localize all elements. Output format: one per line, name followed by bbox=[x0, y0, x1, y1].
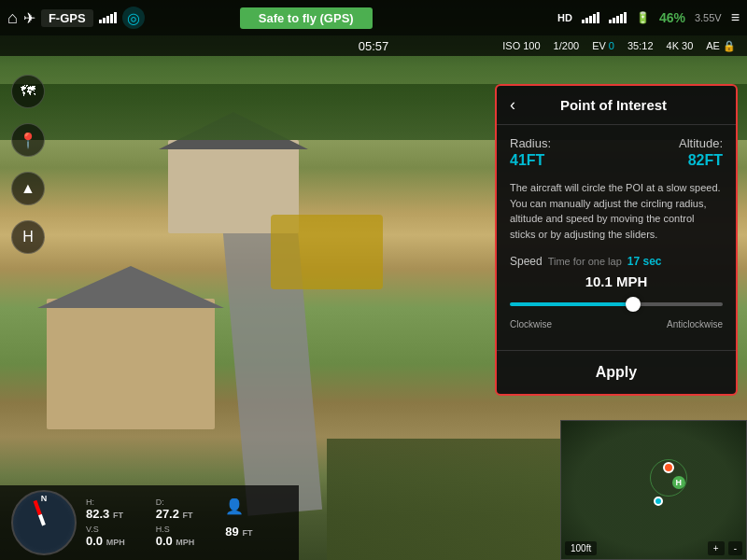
dist-label: D: bbox=[156, 497, 218, 507]
telemetry-grid: H: 82.3 FT D: 27.2 FT 👤 V.S 0.0 MPH H.S … bbox=[86, 497, 288, 548]
navigation-icon-btn[interactable]: ▲ bbox=[11, 172, 45, 205]
battery-icon: 🔋 bbox=[636, 11, 650, 24]
dist-item: D: 27.2 FT bbox=[156, 497, 218, 521]
lap-label: Time for one lap bbox=[548, 256, 622, 267]
home-icon[interactable]: ⌂ bbox=[7, 8, 18, 28]
gps-icon: ◎ bbox=[122, 7, 145, 29]
height-value: 82.3 FT bbox=[86, 507, 148, 521]
hd-label: HD bbox=[557, 12, 572, 23]
top-bar-right: HD 🔋 46% 3.55V ≡ bbox=[557, 9, 740, 26]
mode-label: F-GPS bbox=[41, 9, 93, 27]
shutter-setting: 1/200 bbox=[554, 40, 580, 51]
altitude-value: 82FT bbox=[688, 152, 723, 169]
speed-label: Speed bbox=[510, 255, 543, 268]
target-marker bbox=[654, 497, 663, 506]
poi-panel: ‹ Point of Interest Radius: Altitude: 41… bbox=[495, 84, 738, 396]
ae-label: AE 🔒 bbox=[706, 40, 736, 52]
speed-slider-track bbox=[510, 302, 723, 306]
altitude-value: 89 FT bbox=[225, 525, 288, 539]
compass bbox=[11, 490, 77, 555]
rc-signal-bars bbox=[99, 12, 117, 23]
speed-display: 10.1 MPH bbox=[510, 273, 723, 289]
hspeed-value: 0.0 MPH bbox=[156, 534, 218, 548]
drone-mode-icon: ✈ bbox=[23, 9, 35, 27]
poi-speed-row: Speed Time for one lap 17 sec bbox=[510, 255, 723, 268]
camera-settings-bar: 05:57 ISO 100 1/200 EV 0 35:12 4K 30 AE … bbox=[0, 35, 747, 56]
ev-label: EV 0 bbox=[592, 40, 614, 51]
person-icon: 👤 bbox=[225, 497, 288, 515]
minimap-zoom-buttons: + - bbox=[708, 541, 742, 555]
poi-body: Radius: Altitude: 41FT 82FT The aircraft… bbox=[497, 125, 736, 341]
waypoint-icon-btn[interactable]: 📍 bbox=[11, 123, 45, 157]
minimap-controls: 100ft + - bbox=[565, 541, 742, 555]
poi-description: The aircraft will circle the POI at a sl… bbox=[510, 180, 723, 242]
speed-slider-thumb[interactable] bbox=[626, 297, 641, 312]
minimap: H 100ft + - bbox=[560, 420, 747, 560]
minimap-plus-button[interactable]: + bbox=[708, 541, 725, 555]
hspeed-label: H.S bbox=[156, 525, 218, 534]
resolution-setting: 4K 30 bbox=[667, 40, 694, 51]
dist-value: 27.2 FT bbox=[156, 507, 218, 521]
minimap-minus-button[interactable]: - bbox=[728, 541, 742, 555]
poi-circle bbox=[650, 459, 687, 497]
telemetry-panel: H: 82.3 FT D: 27.2 FT 👤 V.S 0.0 MPH H.S … bbox=[0, 485, 299, 560]
speed-slider[interactable] bbox=[510, 295, 723, 314]
wifi-signal-bars bbox=[609, 12, 627, 23]
battery-voltage: 3.55V bbox=[695, 12, 722, 23]
compass-needle bbox=[34, 500, 46, 526]
poi-header: ‹ Point of Interest bbox=[497, 86, 736, 125]
safe-to-fly-status: Safe to fly (GPS) bbox=[240, 7, 373, 29]
lap-value: 17 sec bbox=[627, 255, 662, 268]
menu-icon[interactable]: ≡ bbox=[731, 9, 740, 26]
left-toolbar: 🗺 📍 ▲ H bbox=[11, 75, 45, 254]
camera-settings: ISO 100 1/200 EV 0 35:12 4K 30 AE 🔒 bbox=[502, 40, 736, 52]
radius-label: Radius: bbox=[510, 136, 551, 150]
poi-icon-btn[interactable]: H bbox=[11, 220, 45, 254]
altitude-label: Altitude: bbox=[679, 136, 723, 150]
minimap-zoom-label: 100ft bbox=[565, 541, 597, 555]
vspeed-value: 0.0 MPH bbox=[86, 534, 148, 548]
person-item: 👤 bbox=[225, 497, 288, 521]
video-signal-bars bbox=[582, 12, 599, 23]
flight-timer: 05:57 bbox=[359, 39, 389, 53]
iso-setting: ISO 100 bbox=[502, 40, 540, 51]
altitude-item: 89 FT bbox=[225, 525, 288, 548]
ev-value: 0 bbox=[609, 40, 614, 51]
top-status-bar: ⌂ ✈ F-GPS ◎ Safe to fly (GPS) HD 🔋 46% 3… bbox=[0, 0, 747, 35]
height-item: H: 82.3 FT bbox=[86, 497, 148, 521]
map-icon-btn[interactable]: 🗺 bbox=[11, 75, 45, 108]
vspeed-label: V.S bbox=[86, 525, 148, 534]
anticlockwise-label: Anticlockwise bbox=[667, 319, 723, 329]
record-time: 35:12 bbox=[627, 40, 654, 51]
direction-labels: Clockwise Anticlockwise bbox=[510, 319, 723, 329]
hspeed-item: H.S 0.0 MPH bbox=[156, 525, 218, 548]
poi-back-button[interactable]: ‹ bbox=[510, 95, 515, 115]
height-label: H: bbox=[86, 497, 148, 507]
poi-params-labels: Radius: Altitude: bbox=[510, 136, 723, 150]
poi-title: Point of Interest bbox=[523, 97, 704, 113]
poi-params-values: 41FT 82FT bbox=[510, 152, 723, 169]
radius-value: 41FT bbox=[510, 152, 544, 169]
minimap-overlay: H bbox=[561, 421, 746, 559]
vspeed-item: V.S 0.0 MPH bbox=[86, 525, 148, 548]
clockwise-label: Clockwise bbox=[510, 319, 552, 329]
battery-percent: 46% bbox=[659, 10, 685, 25]
apply-button[interactable]: Apply bbox=[497, 350, 736, 394]
